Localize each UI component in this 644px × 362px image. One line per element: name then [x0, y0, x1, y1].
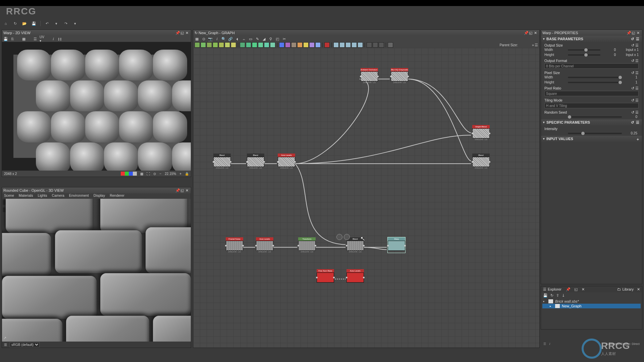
snapshot-icon[interactable]: 📷: [208, 37, 213, 41]
graph-node[interactable]: Blend2048x2048 - L16: [472, 154, 490, 169]
close-library-icon[interactable]: ✕: [637, 287, 640, 292]
highlight-icon[interactable]: ◢: [262, 37, 266, 41]
graph-node[interactable]: Warp: [388, 237, 405, 253]
timing-icon[interactable]: ⏴: [235, 37, 239, 41]
zoom-plus-icon[interactable]: +: [179, 172, 181, 176]
atomic-out2[interactable]: [373, 42, 378, 48]
slider-output-height[interactable]: [568, 54, 600, 56]
atomic-bitmap[interactable]: [309, 42, 315, 48]
atomic-in2[interactable]: [339, 42, 345, 48]
graph-node[interactable]: Transform2048x2048 - L16: [298, 237, 316, 253]
split-icon[interactable]: ▦: [21, 37, 26, 41]
graph-node[interactable]: Ambient Occlusion (HBAO)2048x2048 - L16: [361, 68, 378, 83]
channels-icon[interactable]: ☰: [33, 37, 38, 41]
graph-node[interactable]: Fractal Noise2048x2048 - L16: [226, 237, 243, 253]
pen-icon[interactable]: ✎: [255, 37, 260, 41]
pin-icon[interactable]: 📌: [175, 188, 179, 192]
save-icon[interactable]: 💾: [31, 20, 37, 26]
atomic-normal[interactable]: [279, 42, 284, 48]
restore-icon[interactable]: ◱: [632, 31, 636, 35]
link-icon[interactable]: 🔗: [228, 37, 233, 41]
menu-icon[interactable]: ☰: [636, 37, 640, 41]
close-icon[interactable]: ✕: [185, 188, 190, 192]
menu-icon[interactable]: ☰: [636, 120, 640, 124]
atomic-out3[interactable]: [379, 42, 384, 48]
fit-icon[interactable]: ⛶: [147, 172, 150, 176]
center-icon[interactable]: ⊙: [153, 172, 156, 176]
atomic-uniform-color[interactable]: [195, 42, 200, 48]
tree-row-file[interactable]: ▾Brick wall.sbs*: [542, 299, 641, 304]
atomic-warp[interactable]: [246, 42, 251, 48]
pin-icon[interactable]: 📌: [566, 287, 570, 291]
graph-canvas[interactable]: Blend2048x2048 - L16Blend2048x2048 - L16…: [193, 48, 539, 348]
slider-pixel-height[interactable]: [568, 82, 622, 83]
save-image-icon[interactable]: 💾: [3, 37, 8, 41]
menu-renderer[interactable]: Renderer: [110, 193, 124, 199]
atomic-emboss[interactable]: [270, 42, 275, 48]
info-icon[interactable]: i: [549, 342, 550, 346]
graph-node[interactable]: Frac Sum Base: [317, 269, 334, 285]
menu-materials[interactable]: Materials: [19, 193, 33, 199]
atomic-text[interactable]: [303, 42, 309, 48]
restore-icon[interactable]: ◱: [574, 287, 578, 291]
link-icon[interactable]: ↺: [631, 98, 634, 102]
graph-node[interactable]: Height Blend2048x2048 - L16: [472, 125, 490, 140]
list-icon[interactable]: ☰: [543, 342, 546, 346]
section-base-parameters[interactable]: ▾BASE PARAMETERS ↺☰: [541, 36, 642, 42]
rgb-swatches[interactable]: [121, 172, 137, 176]
graph-node[interactable]: Blur HQ Grayscale2048x2048 - L16: [391, 68, 408, 83]
restore-icon[interactable]: ◱: [180, 31, 184, 35]
select-output-format[interactable]: 8 Bits per Channel: [544, 63, 639, 69]
menu-icon[interactable]: ☰: [635, 59, 639, 63]
close-icon[interactable]: ✕: [185, 31, 190, 35]
atomic-sharpen[interactable]: [264, 42, 269, 48]
menu-icon[interactable]: ☰: [635, 98, 639, 102]
home-icon[interactable]: ⌂: [3, 20, 9, 26]
graph-node[interactable]: Auto Levels2048x2048 - L16: [256, 237, 273, 253]
uv-label[interactable]: UV ▾: [40, 37, 44, 41]
pin-note-icon[interactable]: ⚲: [268, 37, 273, 41]
redo-icon[interactable]: ↷: [63, 20, 69, 26]
atomic-in3[interactable]: [345, 42, 351, 48]
atomic-hsl[interactable]: [225, 42, 230, 48]
graph-node[interactable]: Blend2048x2048 - L16: [213, 154, 231, 169]
pin-icon[interactable]: 📌: [175, 31, 179, 35]
graph-node[interactable]: Blend2048x2048 - L16: [247, 154, 264, 169]
menu-icon[interactable]: ☰: [635, 43, 639, 47]
link-icon[interactable]: ↺: [631, 86, 634, 90]
close-explorer-icon[interactable]: ✕: [582, 287, 585, 292]
panel-header-graph[interactable]: ↻ New_Graph - GRAPH 📌 ◱ ✕: [193, 30, 539, 36]
atomic-in1[interactable]: [333, 42, 339, 48]
atomic-fx[interactable]: [324, 42, 330, 48]
atomic-comment[interactable]: [388, 42, 393, 48]
menu-icon[interactable]: ☰: [635, 110, 639, 114]
crop-icon[interactable]: ✂: [282, 37, 286, 41]
redo-dropdown-icon[interactable]: ▾: [72, 20, 78, 26]
align-icon[interactable]: ⫠: [241, 37, 246, 41]
atomic-transform[interactable]: [240, 42, 245, 48]
reset-icon[interactable]: ↺: [631, 37, 635, 41]
atomic-channels[interactable]: [231, 42, 236, 48]
zoom-minus-icon[interactable]: −: [159, 172, 161, 176]
restore-icon[interactable]: ◱: [180, 188, 184, 192]
colorspace-select[interactable]: sRGB (default): [10, 342, 40, 347]
node-preview-toggles[interactable]: [336, 234, 350, 240]
atomic-grayscale[interactable]: [285, 42, 290, 48]
link-icon[interactable]: ↺: [631, 59, 634, 63]
panel-header-3d[interactable]: Rounded Cube - OpenGL - 3D VIEW 📌 ◱ ✕: [2, 187, 191, 193]
search-icon[interactable]: 🔍: [221, 37, 226, 41]
restore-icon[interactable]: ◱: [529, 31, 533, 35]
tab-explorer[interactable]: ☰Explorer: [543, 287, 561, 292]
menu-lights[interactable]: Lights: [38, 193, 47, 199]
frame-icon[interactable]: ▭: [248, 37, 253, 41]
colorspace-icon[interactable]: ☰: [4, 343, 7, 347]
graph-node[interactable]: Auto Levels2048x2048 - L16: [278, 154, 295, 169]
section-specific-parameters[interactable]: ▾SPECIFIC PARAMETERS ↺☰: [541, 119, 642, 125]
save-icon[interactable]: 💾: [543, 293, 548, 298]
export-icon[interactable]: ⇪: [556, 293, 559, 298]
atomic-blend[interactable]: [201, 42, 206, 48]
parent-size-more-icon[interactable]: »: [532, 43, 534, 47]
menu-display[interactable]: Display: [94, 193, 105, 199]
link-icon[interactable]: ↺: [631, 43, 634, 47]
atomic-dirwarp[interactable]: [252, 42, 257, 48]
